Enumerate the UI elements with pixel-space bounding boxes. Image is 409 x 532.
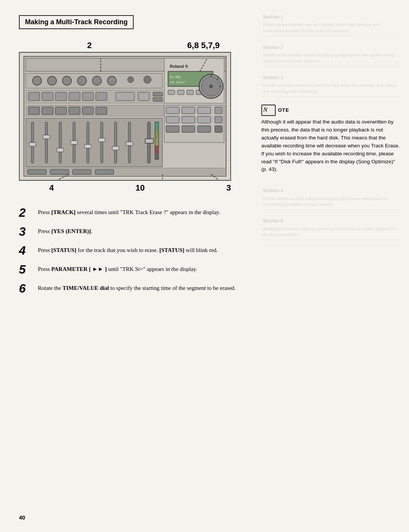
svg-rect-69 [43, 135, 50, 139]
diagram-num-10: 10 [136, 183, 145, 193]
svg-point-7 [77, 76, 86, 85]
svg-rect-36 [153, 92, 162, 96]
svg-rect-53 [215, 116, 222, 123]
svg-point-5 [47, 76, 56, 85]
step-6-number: 6 [19, 282, 38, 294]
step-3: 3 Press [YES (ENTER)]. [19, 227, 242, 238]
svg-rect-18 [177, 90, 184, 95]
svg-rect-17 [168, 90, 175, 95]
svg-rect-50 [166, 116, 180, 123]
sidebar-block-5: Section 5 Additional reference material … [261, 215, 401, 240]
svg-rect-68 [29, 142, 36, 146]
step-2-number: 2 [19, 207, 38, 219]
svg-rect-37 [153, 98, 162, 102]
svg-rect-86 [95, 169, 114, 174]
diagram-numbers-bottom: 4 10 3 [19, 183, 242, 193]
diagram-num-6859: 6,8 5,7,9 [187, 41, 220, 50]
svg-point-8 [92, 76, 101, 85]
svg-rect-19 [187, 90, 194, 95]
page-number: 40 [19, 514, 25, 521]
step-2: 2 Press [TRACK] several times until "TRK… [19, 208, 242, 219]
note-text: Although it will appear that the audio d… [261, 118, 401, 174]
sidebar-block-2-text: Additional information about recording c… [263, 52, 400, 64]
sidebar-block-4-title: Section 4 [263, 187, 400, 194]
svg-point-6 [62, 76, 72, 85]
step-6: 6 Rotate the TIME/VALUE dial to specify … [19, 284, 242, 294]
svg-rect-65 [114, 122, 117, 163]
svg-rect-57 [215, 126, 222, 133]
svg-rect-83 [28, 169, 46, 174]
sidebar-block-1-title: Section 1 [263, 14, 400, 21]
key-status-2: [STATUS] [159, 247, 184, 253]
sidebar: Section 1 Faded content section one with… [258, 0, 409, 532]
note-box: OTE Although it will appear that the aud… [261, 105, 401, 174]
svg-rect-85 [73, 169, 91, 174]
note-label: OTE [278, 106, 289, 114]
svg-rect-32 [82, 92, 94, 101]
svg-rect-42 [69, 107, 80, 114]
svg-rect-40 [42, 107, 53, 114]
svg-text:TRK ERASE?: TRK ERASE? [170, 81, 186, 84]
svg-rect-47 [182, 107, 195, 114]
key-parameter: PARAMETER [ ►► ] [51, 266, 106, 272]
svg-text:VS-880: VS-880 [170, 75, 181, 79]
sidebar-block-3-text: Details on erase operations and how they… [263, 83, 400, 94]
sidebar-block-1-text: Faded content section one with details a… [263, 22, 400, 34]
svg-rect-74 [112, 146, 119, 150]
sidebar-block-4-text: Further details on disk management and o… [263, 196, 400, 208]
svg-rect-61 [59, 122, 61, 163]
svg-rect-31 [69, 92, 80, 101]
svg-rect-64 [101, 122, 103, 163]
svg-text:Roland ®: Roland ® [170, 64, 188, 69]
sidebar-block-5-title: Section 5 [263, 217, 400, 225]
note-icon-graphic [261, 105, 276, 116]
step-3-content: Press [YES (ENTER)]. [38, 227, 242, 236]
svg-rect-44 [96, 107, 107, 114]
step-4-content: Press [STATUS] for the track that you wi… [38, 246, 242, 255]
sidebar-block-2-title: Section 2 [263, 44, 400, 51]
svg-rect-80 [155, 138, 158, 146]
sidebar-block-5-text: Additional reference material and cross-… [263, 226, 400, 238]
diagram-num-3: 3 [226, 183, 231, 193]
step-5-content: Press PARAMETER [ ►► ] until "TRK St=" a… [38, 265, 242, 274]
svg-point-9 [108, 76, 117, 85]
device-image: Roland ® VS-880 TRK ERASE? [19, 52, 231, 181]
svg-point-10 [128, 77, 134, 83]
svg-rect-84 [50, 169, 69, 174]
step-4-number: 4 [19, 244, 38, 257]
diagram-container: 2 6,8 5,7,9 [19, 41, 242, 197]
key-timevalue: TIME/VALUE dial [62, 285, 109, 291]
sidebar-block-2: Section 2 Additional information about r… [261, 42, 401, 67]
svg-rect-54 [166, 126, 180, 133]
sidebar-block-1: Section 1 Faded content section one with… [261, 11, 401, 36]
step-5: 5 Press PARAMETER [ ►► ] until "TRK St="… [19, 265, 242, 275]
svg-rect-39 [28, 107, 40, 114]
svg-rect-55 [182, 126, 195, 133]
svg-rect-51 [182, 116, 195, 123]
page-title: Making a Multi-Track Recording [25, 18, 128, 26]
step-3-number: 3 [19, 225, 38, 238]
svg-rect-71 [71, 141, 78, 144]
svg-rect-46 [166, 107, 180, 114]
note-icon: OTE [261, 105, 401, 116]
svg-rect-41 [55, 107, 67, 114]
svg-rect-48 [198, 107, 211, 114]
diagram-num-4: 4 [49, 183, 54, 193]
step-5-number: 5 [19, 263, 38, 275]
svg-rect-70 [57, 148, 64, 152]
svg-point-4 [33, 76, 42, 85]
step-2-content: Press [TRACK] several times until "TRK T… [38, 208, 242, 217]
key-yes-enter: [YES (ENTER)] [51, 228, 91, 234]
svg-rect-63 [87, 122, 89, 163]
svg-rect-43 [82, 107, 94, 114]
svg-rect-72 [84, 144, 91, 148]
key-track: [TRACK] [51, 209, 75, 215]
svg-rect-35 [138, 92, 150, 101]
svg-rect-34 [116, 92, 134, 101]
sidebar-block-3: Section 3 Details on erase operations an… [261, 72, 401, 97]
sidebar-block-3-title: Section 3 [263, 74, 400, 81]
svg-rect-30 [55, 92, 67, 101]
svg-rect-56 [198, 126, 211, 133]
sidebar-block-4: Section 4 Further details on disk manage… [261, 185, 401, 210]
svg-rect-79 [155, 130, 158, 138]
